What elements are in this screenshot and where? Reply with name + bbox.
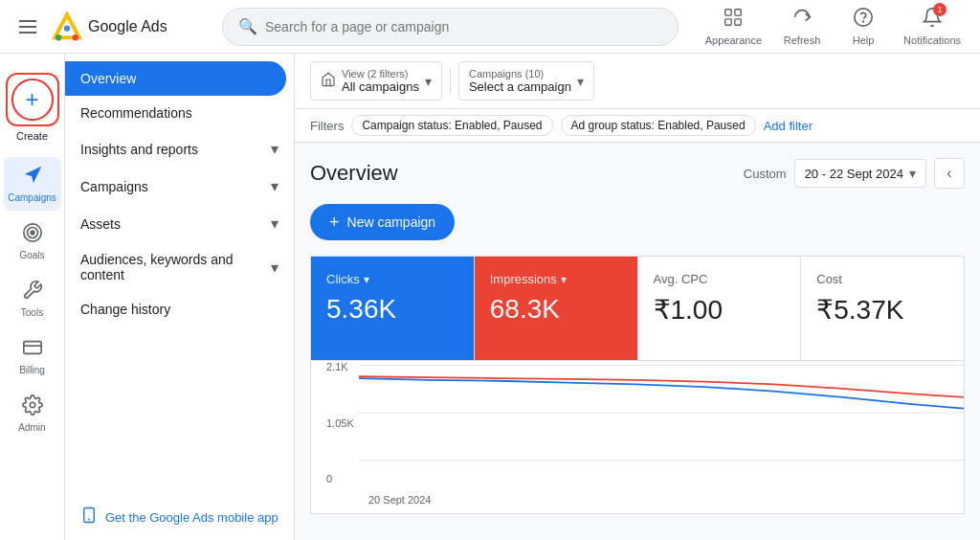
filter-chip-campaign-status[interactable]: Campaign status: Enabled, Paused — [351, 115, 552, 136]
create-button[interactable]: + — [11, 79, 54, 121]
svg-point-1 — [64, 25, 70, 31]
toolbar-separator — [450, 68, 451, 95]
search-bar[interactable]: 🔍 — [222, 8, 679, 46]
date-value: 20 - 22 Sept 2024 — [805, 167, 903, 181]
date-nav-prev-button[interactable]: ‹ — [934, 158, 965, 189]
help-icon — [853, 7, 874, 33]
date-chevron-icon: ▾ — [909, 166, 916, 181]
tools-icon — [22, 280, 43, 305]
clicks-value: 5.36K — [326, 294, 458, 325]
chart-y-label-top: 2.1K — [326, 361, 354, 372]
search-input[interactable] — [265, 19, 662, 34]
toolbar: View (2 filters) All campaigns ▾ Campaig… — [295, 54, 980, 109]
goals-nav-label: Goals — [19, 250, 44, 260]
sidebar-item-audiences[interactable]: Audiences, keywords and content ▾ — [65, 242, 294, 292]
notifications-label: Notifications — [903, 34, 961, 46]
google-ads-logo-icon — [52, 11, 82, 42]
clicks-dropdown-icon[interactable]: ▾ — [364, 273, 369, 286]
header: Google Ads 🔍 Appearance Refresh Help — [0, 0, 980, 54]
admin-nav-label: Admin — [18, 422, 45, 433]
svg-rect-13 — [23, 342, 40, 354]
chart-svg — [359, 361, 964, 464]
overview-section: Overview Custom 20 - 22 Sept 2024 ▾ ‹ + … — [295, 143, 980, 529]
chart-y-label-mid: 1.05K — [326, 417, 354, 429]
svg-point-15 — [30, 402, 35, 408]
billing-icon — [22, 337, 43, 363]
help-label: Help — [853, 34, 875, 46]
goals-icon — [22, 222, 43, 248]
metric-card-clicks: Clicks ▾ 5.36K — [310, 256, 474, 361]
impressions-value: 68.3K — [490, 294, 622, 325]
sidebar-item-overview[interactable]: Overview — [65, 61, 286, 96]
hamburger-menu[interactable] — [11, 12, 44, 41]
assets-label: Assets — [80, 216, 121, 232]
new-campaign-button[interactable]: + New campaign — [310, 204, 455, 240]
change-history-label: Change history — [80, 302, 170, 317]
sidebar-nav: Overview Recommendations Insights and re… — [65, 54, 294, 495]
chart-area: 2.1K 1.05K 0 20 Sept 2024 — [310, 361, 965, 514]
campaigns-dropdown-value: Select a campaign — [469, 79, 571, 94]
impressions-label: Impressions ▾ — [490, 272, 622, 286]
avg-cpc-value: ₹1.00 — [654, 294, 786, 326]
nav-item-goals[interactable]: Goals — [4, 214, 61, 268]
nav-item-billing[interactable]: Billing — [4, 329, 61, 383]
icon-nav: + Create Campaigns Goals Tools — [0, 54, 65, 540]
campaigns-label: Campaigns — [80, 179, 148, 194]
header-actions: Appearance Refresh Help 1 Notifications — [698, 3, 969, 50]
sidebar-item-change-history[interactable]: Change history — [65, 292, 294, 326]
overview-title: Overview — [310, 161, 398, 186]
create-border: + — [6, 73, 59, 126]
create-button-wrap[interactable]: + Create — [2, 61, 63, 153]
sidebar-item-recommendations[interactable]: Recommendations — [65, 96, 294, 130]
help-button[interactable]: Help — [835, 3, 892, 50]
clicks-label: Clicks ▾ — [326, 272, 458, 286]
create-plus-icon: + — [25, 88, 38, 111]
sidebar-item-assets[interactable]: Assets ▾ — [65, 205, 294, 242]
mobile-app-footer[interactable]: Get the Google Ads mobile app — [65, 495, 294, 540]
header-left: Google Ads — [11, 11, 203, 42]
nav-item-admin[interactable]: Admin — [4, 387, 61, 440]
chart-y-axis: 2.1K 1.05K 0 — [326, 361, 354, 484]
notifications-button[interactable]: 1 Notifications — [896, 3, 969, 50]
svg-point-12 — [31, 231, 34, 235]
notification-badge: 1 — [933, 3, 947, 16]
logo: Google Ads — [52, 11, 167, 42]
svg-rect-5 — [735, 10, 741, 15]
nav-item-tools[interactable]: Tools — [4, 272, 61, 326]
appearance-button[interactable]: Appearance — [698, 3, 769, 50]
logo-text: Google Ads — [88, 18, 167, 35]
add-filter-button[interactable]: Add filter — [764, 119, 813, 133]
insights-chevron-icon: ▾ — [271, 140, 278, 158]
view-dropdown-value: All campaigns — [342, 79, 419, 94]
recommendations-label: Recommendations — [80, 105, 192, 121]
date-dropdown[interactable]: 20 - 22 Sept 2024 ▾ — [794, 159, 926, 188]
impressions-dropdown-icon[interactable]: ▾ — [561, 273, 567, 286]
campaigns-icon — [22, 165, 43, 191]
sidebar-item-insights[interactable]: Insights and reports ▾ — [65, 130, 294, 168]
metric-card-impressions: Impressions ▾ 68.3K — [474, 256, 637, 361]
svg-rect-6 — [725, 19, 731, 25]
refresh-button[interactable]: Refresh — [773, 3, 831, 50]
mobile-app-label: Get the Google Ads mobile app — [105, 510, 278, 525]
metrics-row: Clicks ▾ 5.36K Impressions ▾ 68.3K Avg. … — [310, 256, 965, 361]
audiences-chevron-icon: ▾ — [271, 259, 278, 277]
svg-point-9 — [863, 21, 864, 22]
new-campaign-plus-icon: + — [329, 214, 340, 231]
mobile-icon — [80, 506, 98, 529]
nav-item-campaigns[interactable]: Campaigns — [4, 157, 61, 211]
svg-point-2 — [56, 34, 61, 40]
svg-rect-7 — [735, 19, 741, 25]
campaigns-dropdown[interactable]: Campaigns (10) Select a campaign ▾ — [458, 61, 594, 101]
chart-x-label: 20 Sept 2024 — [368, 494, 431, 506]
overview-label: Overview — [80, 71, 136, 86]
admin-icon — [22, 394, 43, 420]
view-dropdown[interactable]: View (2 filters) All campaigns ▾ — [310, 61, 442, 101]
sidebar-item-campaigns[interactable]: Campaigns ▾ — [65, 168, 294, 205]
audiences-label: Audiences, keywords and content — [80, 252, 271, 282]
cost-value: ₹5.37K — [816, 294, 948, 326]
filter-chip-adgroup-status[interactable]: Ad group status: Enabled, Paused — [561, 115, 756, 136]
filters-bar: Filters Campaign status: Enabled, Paused… — [295, 109, 980, 143]
metric-card-cost: Cost ₹5.37K — [800, 256, 965, 361]
assets-chevron-icon: ▾ — [271, 214, 278, 233]
main-layout: + Create Campaigns Goals Tools — [0, 54, 980, 540]
